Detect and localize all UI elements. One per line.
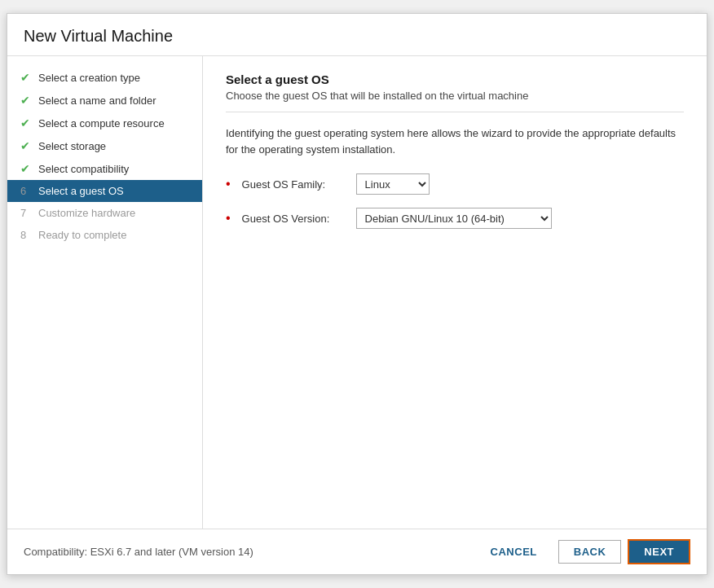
sidebar-item-step5[interactable]: ✔Select compatibility [7,157,202,180]
section-subtitle: Choose the guest OS that will be install… [226,90,684,112]
sidebar-item-label: Select a name and folder [38,94,156,107]
check-icon: ✔ [20,139,33,152]
sidebar-item-step1[interactable]: ✔Select a creation type [7,66,202,89]
sidebar-item-step3[interactable]: ✔Select a compute resource [7,112,202,134]
sidebar-item-label: Select a guest OS [38,185,124,197]
check-icon: ✔ [20,94,33,107]
check-icon: ✔ [20,162,33,175]
sidebar-item-step2[interactable]: ✔Select a name and folder [7,89,202,112]
next-button[interactable]: NEXT [628,539,690,564]
step-number: 8 [20,229,33,241]
sidebar-item-label: Ready to complete [38,229,126,241]
step-number: 6 [20,185,33,197]
sidebar-item-step4[interactable]: ✔Select storage [7,134,202,157]
dialog-body: ✔Select a creation type✔Select a name an… [7,56,707,529]
step-number: 7 [20,207,33,219]
check-icon: ✔ [20,71,33,84]
guest-os-family-select[interactable]: LinuxWindowsOther [356,173,430,195]
compat-info: Compatibility: ESXi 6.7 and later (VM ve… [24,546,469,558]
dialog-title: New Virtual Machine [7,14,707,56]
sidebar: ✔Select a creation type✔Select a name an… [7,56,203,529]
main-content: Select a guest OS Choose the guest OS th… [203,56,707,529]
sidebar-item-label: Customize hardware [38,207,135,219]
sidebar-item-step8: 8Ready to complete [7,224,202,246]
dialog-footer: Compatibility: ESXi 6.7 and later (VM ve… [7,529,707,574]
guest-os-family-row: • Guest OS Family: LinuxWindowsOther [226,173,684,195]
required-dot-version: • [226,211,231,226]
sidebar-item-step6[interactable]: 6Select a guest OS [7,180,202,202]
sidebar-item-label: Select compatibility [38,163,129,175]
description-text: Identifying the guest operating system h… [226,125,684,157]
check-icon: ✔ [20,116,33,129]
guest-os-version-select[interactable]: Debian GNU/Linux 10 (64-bit)Debian GNU/L… [356,208,552,229]
cancel-button[interactable]: CANCEL [476,541,552,563]
sidebar-item-label: Select a creation type [38,72,140,84]
sidebar-item-label: Select storage [38,140,106,152]
guest-os-family-label: Guest OS Family: [242,178,348,191]
new-vm-dialog: New Virtual Machine ✔Select a creation t… [7,13,707,575]
required-dot-family: • [226,177,231,191]
guest-os-version-row: • Guest OS Version: Debian GNU/Linux 10 … [226,208,684,229]
section-title: Select a guest OS [226,72,684,86]
sidebar-item-step7: 7Customize hardware [7,202,202,224]
guest-os-version-label: Guest OS Version: [242,213,348,225]
back-button[interactable]: BACK [558,540,622,564]
sidebar-item-label: Select a compute resource [38,117,165,129]
